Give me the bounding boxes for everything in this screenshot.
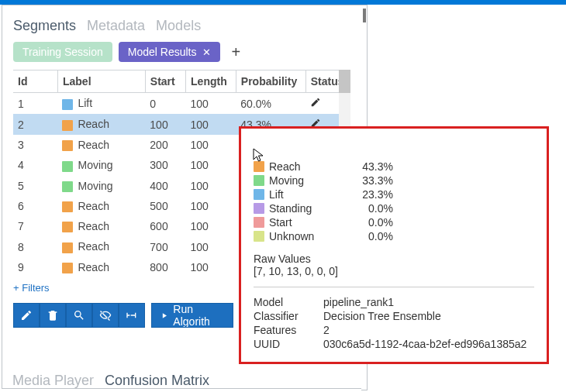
col-id[interactable]: Id (13, 70, 57, 93)
features-key: Features (254, 324, 323, 336)
col-label[interactable]: Label (57, 70, 145, 93)
cell-id: 7 (13, 216, 57, 236)
label-swatch (62, 201, 73, 212)
prob-label: Lift (269, 188, 347, 201)
play-icon (160, 311, 168, 321)
prob-value: 43.3% (347, 160, 393, 173)
bottom-tabs: Media Player Confusion Matrix (12, 373, 209, 389)
cell-label: Reach (57, 236, 145, 256)
session-chips: Training Session Model Results ✕ + (2, 42, 361, 70)
cell-id: 3 (13, 135, 57, 155)
table-header-row: Id Label Start Length Probability Status (13, 70, 350, 93)
panel-grip-icon[interactable] (363, 9, 366, 22)
col-probability[interactable]: Probability (236, 70, 305, 93)
prob-label: Standing (269, 202, 347, 215)
prob-label: Reach (269, 160, 347, 173)
cell-start: 400 (145, 176, 185, 196)
tooltip-prob-row: Reach43.3% (254, 160, 534, 174)
cell-length: 100 (186, 176, 236, 196)
raw-values: [7, 10, 13, 0, 0, 0] (254, 265, 534, 277)
cell-label: Reach (57, 135, 145, 155)
cell-start: 500 (145, 196, 185, 216)
cell-start: 700 (145, 236, 185, 256)
cell-id: 2 (13, 114, 57, 135)
label-swatch (62, 120, 73, 131)
label-swatch (62, 263, 73, 273)
label-swatch (62, 222, 73, 232)
uuid-key: UUID (254, 338, 323, 350)
tab-segments[interactable]: Segments (13, 18, 76, 34)
cell-start: 300 (145, 155, 185, 175)
link-button[interactable] (119, 303, 145, 328)
tooltip-prob-row: Standing0.0% (254, 201, 534, 215)
prob-value: 0.0% (347, 230, 393, 242)
cell-label: Moving (57, 176, 145, 196)
cell-id: 4 (13, 155, 57, 175)
tooltip-prob-row: Moving33.3% (254, 174, 534, 187)
delete-button[interactable] (40, 303, 66, 328)
cell-label: Reach (57, 257, 145, 277)
cell-id: 5 (13, 176, 57, 196)
cell-label: Reach (57, 114, 145, 135)
prob-value: 23.3% (347, 188, 393, 201)
prob-swatch (254, 217, 264, 228)
prob-value: 0.0% (347, 202, 393, 215)
tab-models[interactable]: Models (156, 18, 201, 34)
prob-value: 0.0% (347, 216, 393, 229)
run-label: Run Algorith (173, 303, 225, 328)
prob-label: Unknown (269, 230, 347, 242)
cell-length: 100 (186, 93, 236, 115)
close-icon[interactable]: ✕ (202, 46, 211, 58)
model-value: pipeline_rank1 (323, 296, 394, 308)
cell-start: 800 (145, 257, 185, 277)
add-session-button[interactable]: + (226, 43, 240, 61)
table-scrollbar-thumb[interactable] (339, 70, 350, 93)
prob-label: Moving (269, 174, 347, 187)
cell-label: Reach (57, 196, 145, 216)
model-key: Model (254, 296, 323, 308)
chip-model-results[interactable]: Model Results ✕ (119, 42, 221, 62)
prob-swatch (254, 175, 264, 186)
cell-id: 6 (13, 196, 57, 216)
tab-metadata[interactable]: Metadata (87, 18, 145, 34)
raw-values-label: Raw Values (254, 253, 534, 265)
tab-confusion-matrix[interactable]: Confusion Matrix (105, 373, 209, 389)
cell-length: 100 (186, 257, 236, 277)
probability-tooltip: Reach43.3%Moving33.3%Lift23.3%Standing0.… (239, 126, 549, 364)
classifier-key: Classifier (254, 310, 323, 322)
col-start[interactable]: Start (145, 70, 185, 93)
cell-start: 200 (145, 135, 185, 155)
tooltip-prob-row: Unknown0.0% (254, 229, 534, 243)
prob-label: Start (269, 216, 347, 229)
features-value: 2 (323, 324, 330, 336)
run-algorithm-button[interactable]: Run Algorith (151, 303, 233, 328)
chip-label: Training Session (22, 46, 103, 58)
cell-prob: 60.0% (236, 93, 305, 115)
cell-start: 600 (145, 216, 185, 236)
cell-length: 100 (186, 216, 236, 236)
label-swatch (62, 161, 73, 172)
tab-media-player[interactable]: Media Player (12, 373, 94, 389)
table-row[interactable]: 1Lift010060.0% (13, 93, 350, 115)
cell-start: 0 (145, 93, 185, 115)
cell-label: Lift (57, 93, 145, 115)
cell-length: 100 (186, 196, 236, 216)
col-length[interactable]: Length (186, 70, 236, 93)
main-tabs: Segments Metadata Models (2, 5, 361, 42)
edit-button[interactable] (13, 303, 40, 328)
cell-length: 100 (186, 114, 236, 135)
cell-label: Reach (57, 216, 145, 236)
classifier-value: Decision Tree Ensemble (323, 310, 441, 322)
mouse-cursor-icon (253, 148, 265, 167)
label-swatch (62, 181, 73, 192)
divider (254, 287, 534, 287)
cell-length: 100 (186, 135, 236, 155)
zoom-button[interactable] (66, 303, 92, 328)
prob-value: 33.3% (347, 174, 393, 187)
edit-icon[interactable] (310, 97, 321, 108)
chip-training-session[interactable]: Training Session (13, 42, 112, 62)
label-swatch (62, 242, 73, 253)
cell-id: 9 (13, 257, 57, 277)
hide-button[interactable] (92, 303, 119, 328)
uuid-value: 030c6a5d-1192-4caa-b2ef-ed996a1385a2 (323, 338, 526, 350)
